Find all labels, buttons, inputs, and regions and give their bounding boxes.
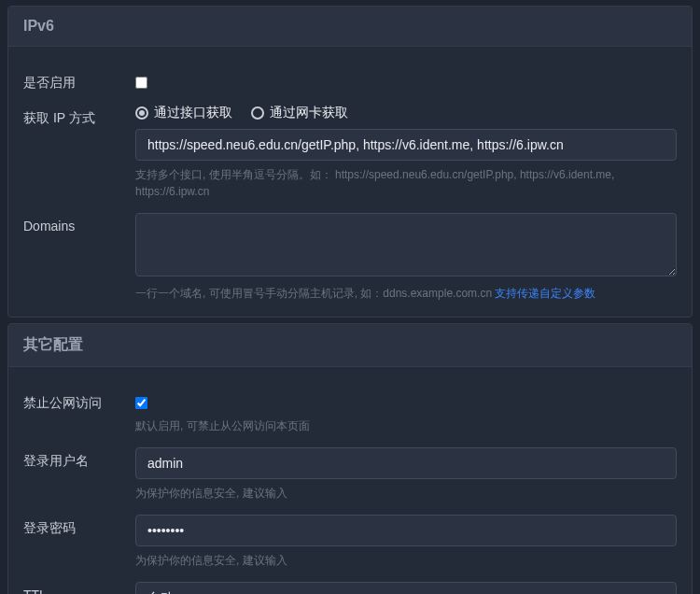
ttl-label: TTL bbox=[23, 582, 135, 594]
ttl-select[interactable]: 自动 bbox=[135, 582, 677, 594]
enable-row: 是否启用 bbox=[23, 69, 677, 92]
enable-checkbox[interactable] bbox=[135, 77, 147, 89]
ip-url-input[interactable] bbox=[135, 129, 677, 161]
radio-icon bbox=[251, 106, 264, 120]
enable-label: 是否启用 bbox=[23, 69, 135, 92]
domains-textarea[interactable] bbox=[135, 213, 677, 276]
ipv6-panel-body: 是否启用 获取 IP 方式 通过接口获取 通过网卡获取 bbox=[8, 47, 692, 317]
other-panel-body: 禁止公网访问 默认启用, 可禁止从公网访问本页面 登录用户名 为保护你的信息安全… bbox=[8, 367, 692, 594]
domains-label: Domains bbox=[23, 213, 135, 233]
username-input[interactable] bbox=[135, 447, 677, 479]
radio-interface[interactable]: 通过接口获取 bbox=[135, 105, 232, 121]
custom-params-link[interactable]: 支持传递自定义参数 bbox=[495, 287, 595, 300]
block-public-row: 禁止公网访问 默认启用, 可禁止从公网访问本页面 bbox=[23, 389, 677, 434]
other-panel-title: 其它配置 bbox=[8, 324, 692, 367]
radio-netcard-label: 通过网卡获取 bbox=[270, 105, 348, 121]
username-help: 为保护你的信息安全, 建议输入 bbox=[135, 485, 677, 502]
block-public-checkbox[interactable] bbox=[135, 397, 147, 409]
ip-method-help: 支持多个接口, 使用半角逗号分隔。如： https://speed.neu6.e… bbox=[135, 166, 677, 200]
password-row: 登录密码 为保护你的信息安全, 建议输入 bbox=[23, 515, 677, 569]
ipv6-panel-title: IPv6 bbox=[8, 7, 692, 47]
block-public-help: 默认启用, 可禁止从公网访问本页面 bbox=[135, 417, 677, 434]
ip-method-label: 获取 IP 方式 bbox=[23, 105, 135, 127]
domains-help: 一行一个域名, 可使用冒号手动分隔主机记录, 如：ddns.example.co… bbox=[135, 285, 677, 302]
domains-help-text: 一行一个域名, 可使用冒号手动分隔主机记录, 如：ddns.example.co… bbox=[135, 287, 495, 300]
username-row: 登录用户名 为保护你的信息安全, 建议输入 bbox=[23, 447, 677, 502]
domains-row: Domains 一行一个域名, 可使用冒号手动分隔主机记录, 如：ddns.ex… bbox=[23, 213, 677, 302]
password-help: 为保护你的信息安全, 建议输入 bbox=[135, 552, 677, 569]
radio-interface-label: 通过接口获取 bbox=[154, 105, 232, 121]
block-public-label: 禁止公网访问 bbox=[23, 389, 135, 412]
radio-icon bbox=[135, 106, 148, 120]
other-panel: 其它配置 禁止公网访问 默认启用, 可禁止从公网访问本页面 登录用户名 为保护你… bbox=[7, 323, 693, 594]
username-label: 登录用户名 bbox=[23, 447, 135, 470]
ipv6-panel: IPv6 是否启用 获取 IP 方式 通过接口获取 通过网卡获取 bbox=[7, 6, 693, 318]
ip-method-radio-group: 通过接口获取 通过网卡获取 bbox=[135, 105, 677, 121]
ip-method-row: 获取 IP 方式 通过接口获取 通过网卡获取 支持多个接口, 使用半角逗号分隔。… bbox=[23, 105, 677, 200]
password-label: 登录密码 bbox=[23, 515, 135, 537]
password-input[interactable] bbox=[135, 515, 677, 546]
radio-netcard[interactable]: 通过网卡获取 bbox=[251, 105, 348, 121]
ttl-row: TTL 自动 如账号支持更小的 TTL , 可修改。 IP 有变化时才会更新 T… bbox=[23, 582, 677, 594]
